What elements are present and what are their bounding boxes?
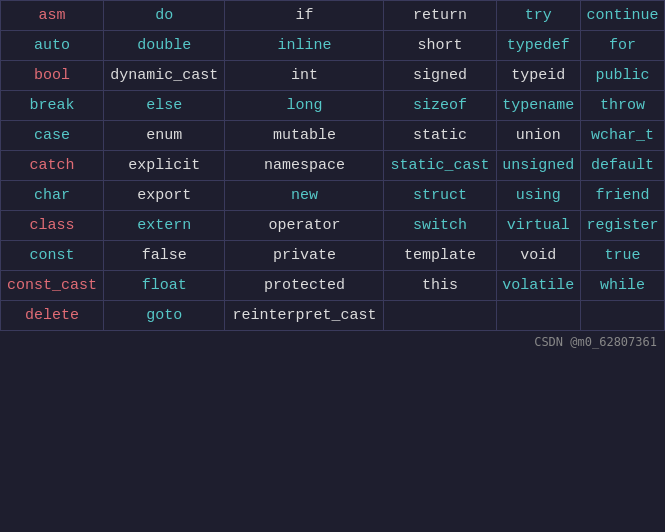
- table-row: classexternoperatorswitchvirtualregister: [1, 211, 665, 241]
- keyword-cell: volatile: [496, 271, 580, 301]
- keyword-cell: class: [1, 211, 104, 241]
- keyword-cell: new: [225, 181, 384, 211]
- keyword-cell: union: [496, 121, 580, 151]
- keyword-cell: do: [103, 1, 225, 31]
- keyword-cell: typedef: [496, 31, 580, 61]
- keyword-cell: friend: [580, 181, 664, 211]
- keyword-cell: default: [580, 151, 664, 181]
- keyword-cell: static: [384, 121, 496, 151]
- keyword-cell: delete: [1, 301, 104, 331]
- keyword-cell: export: [103, 181, 225, 211]
- keyword-cell: true: [580, 241, 664, 271]
- keyword-cell: void: [496, 241, 580, 271]
- keyword-cell: virtual: [496, 211, 580, 241]
- keyword-cell: struct: [384, 181, 496, 211]
- table-row: asmdoifreturntrycontinue: [1, 1, 665, 31]
- keyword-cell: operator: [225, 211, 384, 241]
- keyword-cell: if: [225, 1, 384, 31]
- table-row: breakelselongsizeoftypenamethrow: [1, 91, 665, 121]
- keyword-table: asmdoifreturntrycontinueautodoubleinline…: [0, 0, 665, 331]
- footer-credit: CSDN @m0_62807361: [0, 331, 665, 353]
- keyword-cell: enum: [103, 121, 225, 151]
- keyword-cell: long: [225, 91, 384, 121]
- keyword-cell: [496, 301, 580, 331]
- keyword-cell: unsigned: [496, 151, 580, 181]
- keyword-cell: else: [103, 91, 225, 121]
- keyword-cell: explicit: [103, 151, 225, 181]
- keyword-cell: this: [384, 271, 496, 301]
- keyword-cell: auto: [1, 31, 104, 61]
- keyword-cell: const_cast: [1, 271, 104, 301]
- keyword-cell: public: [580, 61, 664, 91]
- keyword-cell: reinterpret_cast: [225, 301, 384, 331]
- keyword-cell: wchar_t: [580, 121, 664, 151]
- keyword-cell: char: [1, 181, 104, 211]
- keyword-cell: template: [384, 241, 496, 271]
- keyword-table-wrapper: asmdoifreturntrycontinueautodoubleinline…: [0, 0, 665, 353]
- table-row: charexportnewstructusingfriend: [1, 181, 665, 211]
- keyword-cell: break: [1, 91, 104, 121]
- keyword-cell: asm: [1, 1, 104, 31]
- keyword-cell: signed: [384, 61, 496, 91]
- keyword-cell: typeid: [496, 61, 580, 91]
- keyword-cell: try: [496, 1, 580, 31]
- keyword-cell: protected: [225, 271, 384, 301]
- keyword-cell: return: [384, 1, 496, 31]
- table-row: booldynamic_castintsignedtypeidpublic: [1, 61, 665, 91]
- table-row: const_castfloatprotectedthisvolatilewhil…: [1, 271, 665, 301]
- table-row: autodoubleinlineshorttypedeffor: [1, 31, 665, 61]
- keyword-cell: typename: [496, 91, 580, 121]
- keyword-cell: bool: [1, 61, 104, 91]
- table-row: caseenummutablestaticunionwchar_t: [1, 121, 665, 151]
- keyword-cell: goto: [103, 301, 225, 331]
- keyword-cell: private: [225, 241, 384, 271]
- keyword-cell: catch: [1, 151, 104, 181]
- keyword-cell: [580, 301, 664, 331]
- keyword-cell: namespace: [225, 151, 384, 181]
- keyword-cell: throw: [580, 91, 664, 121]
- keyword-cell: false: [103, 241, 225, 271]
- keyword-cell: case: [1, 121, 104, 151]
- keyword-cell: sizeof: [384, 91, 496, 121]
- keyword-cell: inline: [225, 31, 384, 61]
- keyword-cell: switch: [384, 211, 496, 241]
- keyword-cell: [384, 301, 496, 331]
- keyword-cell: const: [1, 241, 104, 271]
- keyword-cell: int: [225, 61, 384, 91]
- keyword-cell: short: [384, 31, 496, 61]
- keyword-cell: for: [580, 31, 664, 61]
- keyword-cell: double: [103, 31, 225, 61]
- keyword-cell: dynamic_cast: [103, 61, 225, 91]
- table-row: catchexplicitnamespacestatic_castunsigne…: [1, 151, 665, 181]
- keyword-cell: extern: [103, 211, 225, 241]
- keyword-cell: using: [496, 181, 580, 211]
- keyword-cell: float: [103, 271, 225, 301]
- table-row: deletegotoreinterpret_cast: [1, 301, 665, 331]
- keyword-cell: while: [580, 271, 664, 301]
- keyword-cell: register: [580, 211, 664, 241]
- keyword-cell: mutable: [225, 121, 384, 151]
- keyword-cell: continue: [580, 1, 664, 31]
- keyword-cell: static_cast: [384, 151, 496, 181]
- table-row: constfalseprivatetemplatevoidtrue: [1, 241, 665, 271]
